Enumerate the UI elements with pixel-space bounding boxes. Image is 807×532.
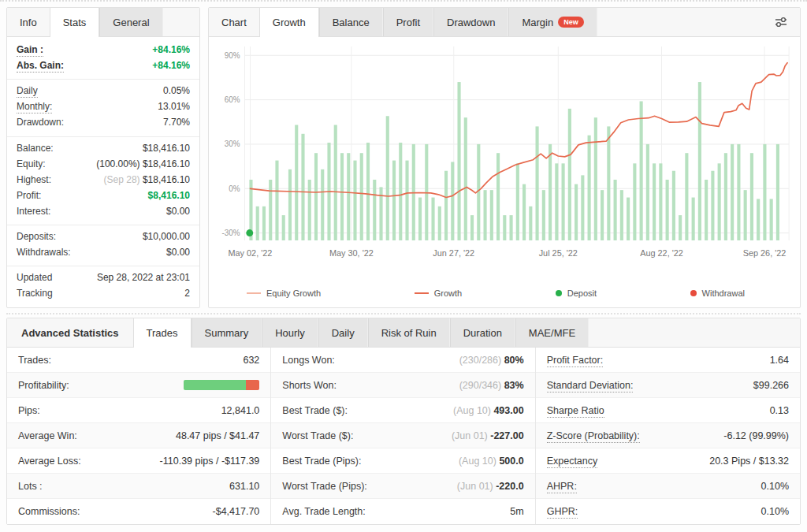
growth-bar (692, 198, 695, 240)
growth-bar (588, 136, 591, 240)
stat-value-context: (Aug 10) (453, 405, 493, 416)
tab-label: Daily (332, 327, 355, 339)
info-group: UpdatedSep 28, 2022 at 23:01Tracking2 (7, 266, 199, 304)
stat-value-main: -$4,417.70 (213, 506, 260, 517)
tab-stats[interactable]: Stats (50, 8, 100, 37)
stat-row-lots: Lots :631.10 (7, 474, 270, 499)
tab-growth[interactable]: Growth (259, 8, 319, 37)
growth-bar (646, 144, 649, 240)
tab-label: Duration (463, 327, 502, 339)
info-value: +84.16% (152, 44, 190, 55)
tab-profit[interactable]: Profit (383, 8, 433, 36)
tab-label: General (113, 17, 149, 28)
growth-bar (405, 161, 408, 240)
tab-general[interactable]: General (99, 8, 162, 36)
stat-label[interactable]: Expectancy (547, 456, 598, 468)
growth-bar (581, 175, 584, 240)
info-label[interactable]: Monthly: (17, 101, 52, 113)
info-label[interactable]: Abs. Gain: (17, 60, 64, 73)
growth-bar (360, 153, 363, 240)
chart-settings-sliders-icon[interactable] (773, 8, 800, 36)
page: InfoStatsGeneral Gain :+84.16%Abs. Gain:… (0, 2, 807, 525)
info-value: (Sep 28) $18,416.10 (104, 174, 190, 185)
chart-legend: Equity GrowthGrowthDepositWithdrawal (209, 285, 800, 307)
stat-label: Average Loss: (18, 456, 81, 467)
y-axis-tick-label: 60% (225, 95, 240, 104)
tab-drawdown[interactable]: Drawdown (433, 8, 508, 36)
growth-bar (516, 163, 519, 240)
stat-value: (Aug 10) 493.00 (453, 405, 524, 416)
tab-balance[interactable]: Balance (319, 8, 383, 36)
stat-row-worst-trade-pips: Worst Trade (Pips):(Jun 01) -220.0 (271, 474, 534, 499)
info-value: Sep 28, 2022 at 23:01 (97, 272, 190, 283)
legend-label: Equity Growth (266, 288, 321, 298)
dotted-separator (6, 313, 801, 314)
tab-label: Stats (63, 17, 87, 28)
stat-label[interactable]: AHPR: (547, 481, 577, 493)
stat-value: 48.47 pips / $41.47 (176, 430, 259, 441)
tab-trades[interactable]: Trades (133, 318, 192, 348)
stat-row-profitability: Profitability: (7, 373, 270, 398)
growth-bar (399, 143, 402, 240)
stat-value: 0.10% (761, 506, 789, 517)
tab-hourly[interactable]: Hourly (262, 318, 318, 347)
info-label: Highest: (17, 174, 51, 185)
info-label: Deposits: (17, 231, 56, 242)
stat-value: $99.266 (753, 380, 789, 391)
growth-bar (763, 144, 766, 240)
stat-value-main: 0.10% (761, 481, 789, 492)
stat-value-main: 83% (504, 380, 524, 391)
chart-tabbar: ChartGrowthBalanceProfitDrawdownMarginNe… (209, 8, 800, 37)
info-group: Balance:$18,416.10Equity:(100.00%) $18,4… (7, 136, 199, 222)
growth-bar (601, 190, 604, 240)
stat-value-main: 1.64 (770, 355, 789, 366)
stat-label[interactable]: Sharpe Ratio (547, 405, 604, 418)
legend-item-growth[interactable]: Growth (415, 288, 462, 298)
tab-label: Drawdown (447, 17, 495, 28)
legend-item-deposit[interactable]: Deposit (556, 288, 597, 298)
growth-bar (275, 161, 278, 240)
stat-value: 0.13 (770, 405, 789, 416)
tab-summary[interactable]: Summary (192, 318, 262, 347)
y-axis-tick-label: 30% (225, 140, 240, 148)
growth-bar (653, 163, 656, 240)
tab-chart[interactable]: Chart (209, 8, 259, 36)
info-label[interactable]: Gain : (17, 44, 43, 57)
growth-bar (490, 190, 493, 240)
legend-item-equity-growth[interactable]: Equity Growth (247, 288, 321, 298)
stat-value-context: (Jun 01) (457, 481, 496, 492)
growth-bar (575, 184, 578, 240)
growth-bar (386, 116, 389, 240)
tab-info[interactable]: Info (7, 8, 50, 36)
growth-bar (776, 144, 779, 240)
info-row-monthly: Monthly:13.01% (7, 99, 199, 114)
stat-value: (Jun 01) -227.00 (452, 430, 524, 441)
stat-label[interactable]: Z-Score (Probability): (547, 430, 640, 443)
deposit-marker (246, 229, 253, 236)
stat-value-main: 500.0 (499, 456, 523, 467)
tab-label: Profit (396, 17, 420, 28)
stat-label[interactable]: GHPR: (547, 506, 578, 519)
legend-item-withdrawal[interactable]: Withdrawal (690, 288, 745, 298)
stat-value-main: 20.3 Pips / $13.32 (709, 456, 789, 467)
tab-margin[interactable]: MarginNew (508, 8, 597, 36)
deposit-swatch-dot-icon (556, 290, 562, 296)
growth-bar (470, 215, 474, 240)
stats-column-2: Longs Won:(230/286) 80%Shorts Won:(290/3… (271, 348, 535, 524)
stat-row-standard-deviation: Standard Deviation:$99.266 (536, 373, 800, 398)
info-row-tracking: Tracking2 (7, 285, 199, 301)
growth-bar (666, 180, 669, 240)
stat-value-main: 80% (504, 355, 524, 366)
growth-bar (562, 163, 565, 240)
info-value-context: (Sep 28) (104, 174, 143, 185)
tab-mae-mfe[interactable]: MAE/MFE (515, 318, 589, 347)
stat-label[interactable]: Standard Deviation: (547, 380, 634, 392)
tab-duration[interactable]: Duration (450, 318, 515, 347)
advanced-statistics-title: Advanced Statistics (7, 318, 133, 347)
profitability-bar-loss (246, 380, 259, 390)
growth-bar (483, 190, 486, 240)
info-label[interactable]: Daily (17, 85, 38, 98)
tab-risk-of-ruin[interactable]: Risk of Ruin (368, 318, 450, 347)
stat-label[interactable]: Profit Factor: (547, 355, 604, 367)
tab-daily[interactable]: Daily (318, 318, 368, 347)
